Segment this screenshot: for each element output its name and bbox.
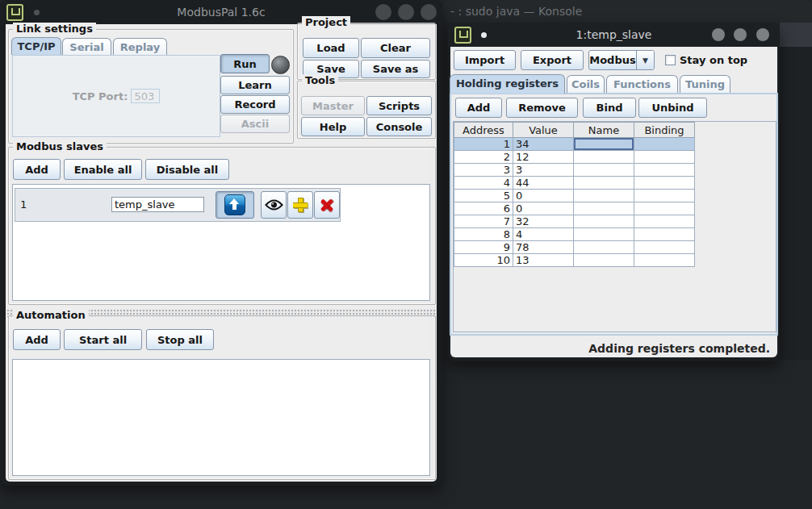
register-name-cell[interactable] xyxy=(574,215,634,228)
register-binding-cell[interactable] xyxy=(634,215,695,228)
tab-replay[interactable]: Replay xyxy=(113,38,167,55)
console-button[interactable]: Console xyxy=(366,117,432,136)
enable-all-button[interactable]: Enable all xyxy=(64,159,142,180)
column-header-address[interactable]: Address xyxy=(454,123,513,138)
close-button[interactable] xyxy=(421,4,437,20)
slave-add-button[interactable]: Add xyxy=(13,159,61,180)
register-value-cell[interactable]: 0 xyxy=(513,190,574,202)
register-value-cell[interactable]: 32 xyxy=(513,215,574,228)
register-address-cell[interactable]: 8 xyxy=(454,228,513,241)
column-header-binding[interactable]: Binding xyxy=(634,123,695,138)
slave-view-button[interactable] xyxy=(261,191,287,219)
stay-on-top-checkbox[interactable] xyxy=(665,55,676,65)
register-address-cell[interactable]: 5 xyxy=(454,190,513,202)
register-unbind-button[interactable]: Unbind xyxy=(638,98,707,118)
register-name-cell[interactable] xyxy=(574,241,634,254)
automation-add-button[interactable]: Add xyxy=(13,329,61,350)
register-name-cell[interactable] xyxy=(574,228,634,241)
disable-all-button[interactable]: Disable all xyxy=(145,159,229,180)
import-button[interactable]: Import xyxy=(454,50,516,70)
load-button[interactable]: Load xyxy=(303,38,359,58)
register-value-cell[interactable]: 44 xyxy=(513,177,574,190)
table-row[interactable]: 33 xyxy=(454,164,695,177)
register-binding-cell[interactable] xyxy=(634,164,695,177)
table-row[interactable]: 134 xyxy=(454,138,695,151)
help-button[interactable]: Help xyxy=(301,117,365,136)
slave-titlebar[interactable]: 1:temp_slave xyxy=(448,23,780,47)
register-address-cell[interactable]: 3 xyxy=(454,164,513,177)
register-name-cell[interactable] xyxy=(574,254,634,267)
register-address-cell[interactable]: 6 xyxy=(454,202,513,215)
tab-tuning[interactable]: Tuning xyxy=(680,75,730,94)
table-row[interactable]: 978 xyxy=(454,241,695,254)
start-all-button[interactable]: Start all xyxy=(64,329,142,350)
register-binding-cell[interactable] xyxy=(634,138,695,151)
master-button[interactable]: Master xyxy=(301,96,365,115)
register-value-cell[interactable]: 13 xyxy=(513,254,574,267)
slave-duplicate-button[interactable] xyxy=(287,191,313,219)
export-button[interactable]: Export xyxy=(521,50,584,70)
register-address-cell[interactable]: 10 xyxy=(454,254,513,267)
maximize-button[interactable] xyxy=(734,28,747,41)
table-row[interactable]: 212 xyxy=(454,151,695,164)
learn-button[interactable]: Learn xyxy=(220,76,290,94)
maximize-button[interactable] xyxy=(398,4,414,20)
tcp-port-field[interactable] xyxy=(131,89,160,103)
record-button[interactable]: Record xyxy=(220,95,290,114)
register-add-button[interactable]: Add xyxy=(455,98,502,118)
slave-delete-button[interactable] xyxy=(314,191,340,219)
register-binding-cell[interactable] xyxy=(634,254,695,267)
modbuspal-titlebar[interactable]: ModbusPal 1.6c xyxy=(0,0,442,24)
register-address-cell[interactable]: 7 xyxy=(454,215,513,228)
register-name-cell[interactable] xyxy=(574,151,634,164)
register-value-cell[interactable]: 0 xyxy=(513,202,574,215)
register-address-cell[interactable]: 2 xyxy=(454,151,513,164)
register-address-cell[interactable]: 1 xyxy=(454,138,513,151)
register-value-cell[interactable]: 12 xyxy=(513,151,574,164)
tab-holding-registers[interactable]: Holding registers xyxy=(450,74,565,94)
close-button[interactable] xyxy=(756,28,769,41)
register-value-cell[interactable]: 34 xyxy=(513,138,574,151)
column-header-value[interactable]: Value xyxy=(513,123,574,138)
register-value-cell[interactable]: 78 xyxy=(513,241,574,254)
scripts-button[interactable]: Scripts xyxy=(366,96,432,115)
clear-button[interactable]: Clear xyxy=(361,38,430,58)
register-name-cell[interactable] xyxy=(574,164,634,177)
register-name-cell[interactable] xyxy=(574,190,634,202)
minimize-button[interactable] xyxy=(712,28,725,41)
register-remove-button[interactable]: Remove xyxy=(506,98,578,118)
register-binding-cell[interactable] xyxy=(634,177,695,190)
column-header-name[interactable]: Name xyxy=(574,123,634,138)
register-binding-cell[interactable] xyxy=(634,202,695,215)
table-row[interactable]: 84 xyxy=(454,228,695,241)
register-bind-button[interactable]: Bind xyxy=(583,98,636,118)
table-row[interactable]: 444 xyxy=(454,177,695,190)
tab-coils[interactable]: Coils xyxy=(567,75,605,94)
register-address-cell[interactable]: 9 xyxy=(454,241,513,254)
tab-tcpip[interactable]: TCP/IP xyxy=(11,37,61,55)
register-value-cell[interactable]: 4 xyxy=(513,228,574,241)
stop-all-button[interactable]: Stop all xyxy=(146,329,214,350)
table-row[interactable]: 50 xyxy=(454,190,695,202)
register-binding-cell[interactable] xyxy=(634,241,695,254)
save-as-button[interactable]: Save as xyxy=(361,60,430,78)
register-name-cell[interactable] xyxy=(574,202,634,215)
table-row[interactable]: 60 xyxy=(454,202,695,215)
register-binding-cell[interactable] xyxy=(634,228,695,241)
register-name-cell[interactable] xyxy=(574,138,634,151)
register-address-cell[interactable]: 4 xyxy=(454,177,513,190)
tab-serial[interactable]: Serial xyxy=(62,38,111,55)
konsole-titlebar[interactable]: - : sudo java — Konsole xyxy=(442,0,812,23)
table-row[interactable]: 732 xyxy=(454,215,695,228)
table-row[interactable]: 1013 xyxy=(454,254,695,267)
slave-enabled-toggle[interactable] xyxy=(216,191,254,219)
slave-row[interactable]: 1 xyxy=(15,188,341,222)
slave-name-field[interactable] xyxy=(111,197,204,212)
register-name-cell[interactable] xyxy=(574,177,634,190)
minimize-button[interactable] xyxy=(375,4,391,20)
run-button[interactable]: Run xyxy=(220,54,270,73)
register-value-cell[interactable]: 3 xyxy=(513,164,574,177)
ascii-button[interactable]: Ascii xyxy=(220,115,290,133)
tab-functions[interactable]: Functions xyxy=(606,75,678,94)
register-binding-cell[interactable] xyxy=(634,151,695,164)
